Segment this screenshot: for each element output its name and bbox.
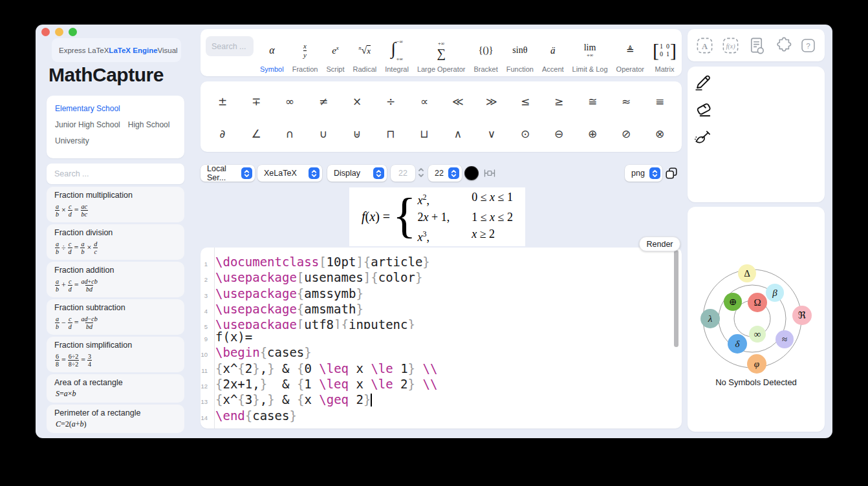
category-bracket[interactable]: {()}Bracket bbox=[473, 32, 497, 74]
code-line: 13{x^{3},} & {x \geq 2} bbox=[201, 392, 674, 407]
formula-recognition-icon[interactable]: f(x) bbox=[721, 36, 740, 55]
math-fraction: ab bbox=[80, 240, 85, 255]
font-size-stepper[interactable] bbox=[417, 166, 425, 179]
symbol-button[interactable]: ∧ bbox=[450, 127, 466, 140]
tab-latex-engine[interactable]: LaTeX Engine bbox=[109, 47, 157, 54]
category-icon: n√x bbox=[359, 36, 371, 65]
server-select[interactable]: Local Ser... bbox=[201, 165, 255, 182]
editor-scrollbar[interactable] bbox=[674, 250, 678, 347]
render-button[interactable]: Render bbox=[639, 237, 680, 251]
symbol-button[interactable]: ⊔ bbox=[417, 127, 432, 140]
symbol-button[interactable]: ∪ bbox=[316, 127, 331, 140]
code-lines: 1\documentclass[10pt]{article}2\usepacka… bbox=[201, 254, 674, 423]
font-size-select[interactable]: 22 bbox=[428, 165, 462, 182]
symbol-button[interactable]: ∞ bbox=[282, 95, 298, 108]
fullscreen-window-button[interactable] bbox=[69, 28, 77, 36]
symbol-button[interactable]: ÷ bbox=[383, 95, 398, 108]
math-fraction: ab bbox=[55, 203, 60, 218]
symbol-button[interactable]: × bbox=[349, 95, 365, 108]
symbol-button[interactable]: ± bbox=[215, 95, 230, 108]
tab-visual[interactable]: Visual bbox=[158, 47, 178, 54]
symbol-button[interactable]: ∝ bbox=[417, 95, 432, 108]
code-line: 9f(x)= bbox=[201, 329, 674, 344]
history-notes-icon[interactable] bbox=[747, 36, 766, 55]
symbol-button[interactable]: ≡ bbox=[652, 95, 667, 108]
close-window-button[interactable] bbox=[41, 28, 50, 36]
level-high-school[interactable]: High School bbox=[128, 120, 170, 129]
minimize-window-button[interactable] bbox=[55, 28, 63, 36]
symbol-button[interactable]: ⊎ bbox=[349, 127, 365, 140]
symbol-button[interactable]: ⊓ bbox=[383, 127, 398, 140]
formula-item[interactable]: Fraction simplification68=6÷28÷2=34 bbox=[47, 337, 184, 372]
symbol-button[interactable]: ⊖ bbox=[551, 127, 567, 140]
symbol-button[interactable]: ≫ bbox=[484, 95, 499, 108]
symbol-button[interactable]: ≠ bbox=[316, 95, 331, 108]
formula-item[interactable]: Fraction multiplicationab×cd=acbc bbox=[47, 187, 184, 222]
copy-image-button[interactable] bbox=[664, 166, 678, 180]
symbol-button[interactable]: ∂ bbox=[215, 127, 230, 140]
tab-express-latex[interactable]: Express LaTeX bbox=[59, 47, 109, 54]
category-label: Symbol bbox=[260, 65, 284, 74]
category-matrix[interactable]: [1001]Matrix bbox=[653, 32, 677, 74]
symbol-button[interactable]: ≤ bbox=[517, 95, 533, 108]
category-symbol[interactable]: αSymbol bbox=[260, 32, 284, 74]
formula-item[interactable]: Fraction additionab+cd=ad+cbbd bbox=[47, 262, 184, 297]
server-select-value: Local Ser... bbox=[207, 164, 237, 182]
category-label: Limit & Log bbox=[572, 65, 608, 74]
symbol-button[interactable]: ≥ bbox=[551, 95, 567, 108]
help-icon[interactable]: ? bbox=[799, 37, 817, 54]
sidebar-search-input[interactable] bbox=[47, 164, 184, 184]
category-function[interactable]: sinθFunction bbox=[506, 32, 534, 74]
code-line: 3\usepackage{amssymb} bbox=[201, 286, 674, 301]
math-text: = bbox=[74, 318, 79, 328]
symbol-button[interactable]: ⊘ bbox=[618, 127, 634, 140]
category-radical[interactable]: n√xRadical bbox=[353, 32, 377, 74]
formula-item[interactable]: Fraction subtractionab−cd=ad−cbbd bbox=[47, 299, 184, 335]
level-university[interactable]: University bbox=[55, 136, 176, 145]
category-integral[interactable]: ∫−∞+∞Integral bbox=[385, 32, 409, 74]
math-text: f(x) = bbox=[362, 209, 390, 224]
category-fraction[interactable]: xyFraction bbox=[292, 32, 318, 74]
math-text: 1 ≤ x ≤ 2 bbox=[472, 211, 513, 224]
symbol-detector-card: ΔβΩ⊕λℜ∞≈δφ No Symbols Detected bbox=[688, 207, 825, 432]
category-script[interactable]: exScript bbox=[326, 32, 344, 74]
text-color-swatch-button[interactable] bbox=[464, 166, 479, 180]
fit-bounds-icon[interactable] bbox=[483, 167, 496, 180]
svg-text:⊕: ⊕ bbox=[729, 297, 737, 307]
symbol-button[interactable]: ⊕ bbox=[585, 127, 600, 140]
formula-item[interactable]: Fraction divisionab÷cd=ab×dc bbox=[47, 224, 184, 260]
symbol-button[interactable]: ∩ bbox=[282, 127, 298, 140]
clear-broom-icon[interactable] bbox=[693, 129, 825, 150]
level-junior-high-school[interactable]: Junior High School bbox=[55, 120, 120, 129]
latex-code-editor[interactable]: 1\documentclass[10pt]{article}2\usepacka… bbox=[201, 248, 682, 428]
symbol-button[interactable]: ⊙ bbox=[517, 127, 533, 140]
mode-tab-bar: Express LaTeXLaTeX EngineVisual bbox=[52, 38, 181, 62]
symbol-button[interactable]: ≪ bbox=[450, 95, 466, 108]
extensions-puzzle-icon[interactable] bbox=[773, 36, 792, 55]
symbol-button[interactable]: ∠ bbox=[248, 127, 264, 140]
category-operator[interactable]: ≜Operator bbox=[616, 32, 644, 74]
symbol-button[interactable]: ⊗ bbox=[652, 127, 667, 140]
display-mode-select[interactable]: Display bbox=[327, 165, 387, 182]
handwriting-canvas[interactable] bbox=[688, 67, 825, 202]
formula-item[interactable]: Area of a rectangleS=a×b bbox=[47, 374, 184, 403]
pencil-tool-icon[interactable] bbox=[693, 72, 825, 94]
palette-search-input[interactable] bbox=[206, 36, 254, 56]
symbol-button[interactable]: ≅ bbox=[585, 95, 600, 108]
formula-item[interactable]: Perimeter of a rectangleC=2(a+b) bbox=[47, 405, 184, 433]
engine-select[interactable]: XeLaTeX bbox=[257, 165, 322, 182]
export-format-select[interactable]: png bbox=[625, 165, 662, 182]
symbol-orbit-diagram: ΔβΩ⊕λℜ∞≈δφ bbox=[688, 207, 825, 375]
category-accent[interactable]: äAccent bbox=[542, 32, 564, 74]
eraser-tool-icon[interactable] bbox=[693, 100, 825, 123]
category-label: Function bbox=[506, 65, 534, 74]
level-elementary-school[interactable]: Elementary School bbox=[55, 104, 176, 113]
symbol-button[interactable]: ∓ bbox=[248, 95, 264, 108]
formula-title: Fraction division bbox=[54, 228, 177, 238]
category-limit-log[interactable]: lim+∞Limit & Log bbox=[572, 32, 608, 74]
category-large-operator[interactable]: +∞∑Large Operator bbox=[417, 32, 466, 74]
symbol-button[interactable]: ∨ bbox=[484, 127, 499, 140]
symbol-button[interactable]: ≈ bbox=[618, 95, 634, 108]
text-recognition-icon[interactable]: A bbox=[695, 36, 714, 55]
math-fraction: cd bbox=[68, 315, 72, 330]
